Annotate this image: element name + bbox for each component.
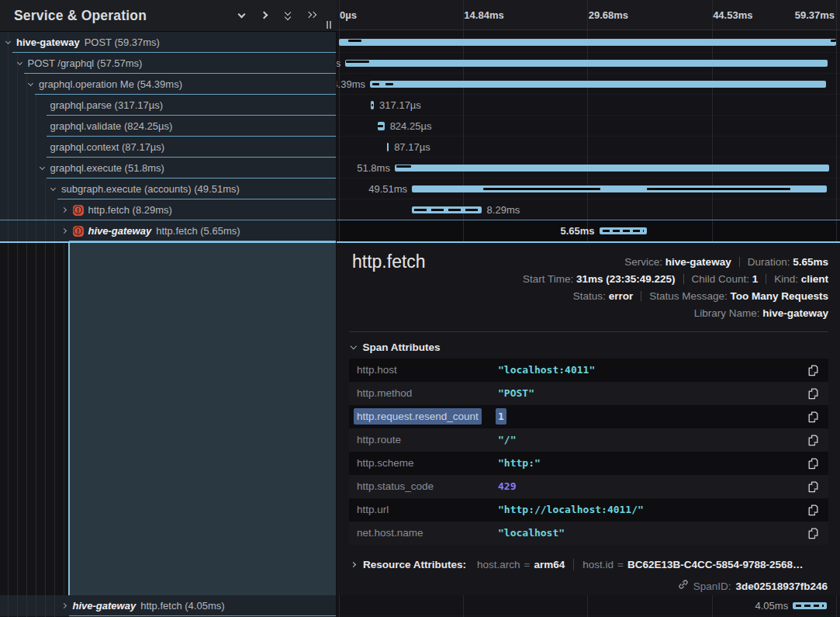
span-operation-label: graphql.operation Me (54.39ms) xyxy=(39,78,182,90)
detail-meta-line: Start Time: 31ms (23:35:49.225)Child Cou… xyxy=(523,271,828,288)
chevron-down-icon xyxy=(351,343,357,349)
meta-divider xyxy=(766,274,766,284)
critical-path-tick xyxy=(385,83,393,85)
copy-icon[interactable] xyxy=(808,365,819,376)
span-duration-bar[interactable] xyxy=(387,143,389,151)
chevron-right-icon[interactable] xyxy=(63,199,66,220)
tick-label: 29.68ms xyxy=(589,9,628,21)
span-detail-meta: Service: hive-gatewayDuration: 5.65msSta… xyxy=(523,254,828,322)
span-tree-row[interactable]: hive-gatewayPOST (59.37ms) xyxy=(0,32,337,53)
resource-key: host.id xyxy=(582,559,614,570)
span-operation-label: http.fetch (5.65ms) xyxy=(156,225,240,237)
meta-label: Kind: xyxy=(774,273,798,285)
panel-resize-handle[interactable] xyxy=(326,21,333,29)
span-duration-label: 57.57ms xyxy=(337,53,340,74)
span-attributes-table: http.host"localhost:4011"http.method"POS… xyxy=(349,359,828,545)
selected-row-top-border xyxy=(0,220,840,220)
attribute-key: http.method xyxy=(357,382,412,405)
indent-guides xyxy=(0,53,19,75)
span-tree-row[interactable]: POST /graphql (57.57ms) xyxy=(0,53,337,74)
detail-row-accent-block xyxy=(68,243,337,595)
meta-divider xyxy=(739,257,740,267)
span-tree-row[interactable]: graphql.context (87.17µs) xyxy=(0,137,337,158)
error-icon xyxy=(73,205,84,216)
span-duration-bar[interactable] xyxy=(600,227,647,234)
copy-icon[interactable] xyxy=(808,481,819,493)
tree-header-title: Service & Operation xyxy=(14,8,147,24)
span-tree-row[interactable]: hive-gatewayhttp.fetch (5.65ms) xyxy=(0,220,337,241)
resource-divider xyxy=(573,559,574,570)
chevron-down-icon[interactable] xyxy=(18,53,22,74)
copy-icon[interactable] xyxy=(808,411,819,423)
chevron-right-icon[interactable] xyxy=(63,595,66,616)
span-tree-row-content: graphql.validate (824.25µs) xyxy=(50,116,173,137)
resource-value: BC62E13B-C4CC-5854-9788-2568… xyxy=(627,559,804,570)
chevron-right-icon[interactable] xyxy=(63,220,66,241)
span-tree-row-content: graphql.context (87.17µs) xyxy=(50,137,165,158)
chevron-down-icon[interactable] xyxy=(29,74,33,95)
span-tree-row[interactable]: graphql.execute (51.8ms) xyxy=(0,158,337,179)
meta-label: Child Count: xyxy=(692,273,749,285)
indent-guides xyxy=(0,158,37,179)
attribute-value: "POST" xyxy=(498,382,534,405)
link-icon[interactable] xyxy=(678,579,689,593)
attribute-row: http.status_code429 xyxy=(349,475,828,498)
copy-icon[interactable] xyxy=(808,504,819,516)
span-operation-label: graphql.validate (824.25µs) xyxy=(50,120,173,132)
span-duration-bar[interactable] xyxy=(395,165,829,172)
chevron-down-icon[interactable] xyxy=(6,32,10,53)
attribute-key: http.route xyxy=(357,428,401,452)
trace-viewer-app: 0µs14.84ms29.68ms44.53ms59.37ms 59.37ms5… xyxy=(0,0,840,617)
expand-one-icon[interactable] xyxy=(260,10,271,22)
resource-key: host.arch xyxy=(477,559,520,570)
collapse-all-icon[interactable] xyxy=(283,10,295,22)
meta-value: client xyxy=(801,273,828,285)
indent-guides xyxy=(0,74,28,95)
span-tree-row[interactable]: subgraph.execute (accounts) (49.51ms) xyxy=(0,179,337,199)
meta-value: hive-gateway xyxy=(665,256,731,268)
ruler-border xyxy=(337,29,840,30)
attribute-key: http.request.resend_count xyxy=(357,405,482,428)
timeline-bar-row: 87.17µs xyxy=(337,137,840,158)
span-tree-row[interactable]: http.fetch (8.29ms) xyxy=(0,199,337,220)
span-duration-bar[interactable] xyxy=(370,81,826,88)
detail-row-indent-area xyxy=(0,243,68,595)
span-duration-bar[interactable] xyxy=(793,602,827,609)
span-duration-bar[interactable] xyxy=(345,60,828,67)
resource-attributes-row[interactable]: Resource Attributes:host.arch=arm64host.… xyxy=(351,553,804,575)
span-tree-row[interactable]: graphql.parse (317.17µs) xyxy=(0,95,337,116)
timeline-bar-row: 57.57ms xyxy=(337,53,840,74)
indent-guides xyxy=(0,595,56,617)
expand-all-icon[interactable] xyxy=(306,10,318,22)
span-tree-row-content: hive-gatewayhttp.fetch (5.65ms) xyxy=(73,220,240,241)
copy-icon[interactable] xyxy=(808,458,819,470)
detail-meta-line: Status: errorStatus Message: Too Many Re… xyxy=(523,288,828,305)
attribute-key: http.url xyxy=(357,498,389,522)
span-duration-bar[interactable] xyxy=(339,39,837,46)
attribute-row: http.scheme"http:" xyxy=(349,452,828,475)
span-detail-panel: http.fetch Service: hive-gatewayDuration… xyxy=(337,243,840,595)
attribute-value: "http://localhost:4011/" xyxy=(498,498,644,522)
span-duration-label: 8.29ms xyxy=(487,199,520,220)
resource-equals: = xyxy=(617,559,624,570)
tick-label: 0µs xyxy=(340,9,357,21)
meta-label: Service: xyxy=(624,256,662,268)
span-tree-row[interactable]: hive-gatewayhttp.fetch (4.05ms) xyxy=(0,595,337,616)
timeline-bar-row: 8.29ms xyxy=(337,199,840,220)
meta-label: Library Name: xyxy=(694,307,760,319)
span-tree-row-content: hive-gatewayhttp.fetch (4.05ms) xyxy=(73,595,225,616)
chevron-down-icon[interactable] xyxy=(40,158,44,179)
span-tree-row[interactable]: graphql.operation Me (54.39ms) xyxy=(0,74,337,95)
timeline-bar-row: 54.39ms xyxy=(337,74,840,95)
tick-label: 59.37ms xyxy=(795,9,835,21)
span-attributes-header[interactable]: Span Attributes xyxy=(351,341,441,353)
collapse-one-icon[interactable] xyxy=(237,10,248,22)
attribute-key: http.scheme xyxy=(357,452,414,475)
copy-icon[interactable] xyxy=(808,388,819,400)
copy-icon[interactable] xyxy=(808,528,819,539)
chevron-down-icon[interactable] xyxy=(51,179,55,199)
copy-icon[interactable] xyxy=(808,435,819,446)
bar-child-markers xyxy=(603,230,644,232)
span-duration-bar[interactable] xyxy=(412,206,482,213)
span-tree-row[interactable]: graphql.validate (824.25µs) xyxy=(0,116,337,137)
